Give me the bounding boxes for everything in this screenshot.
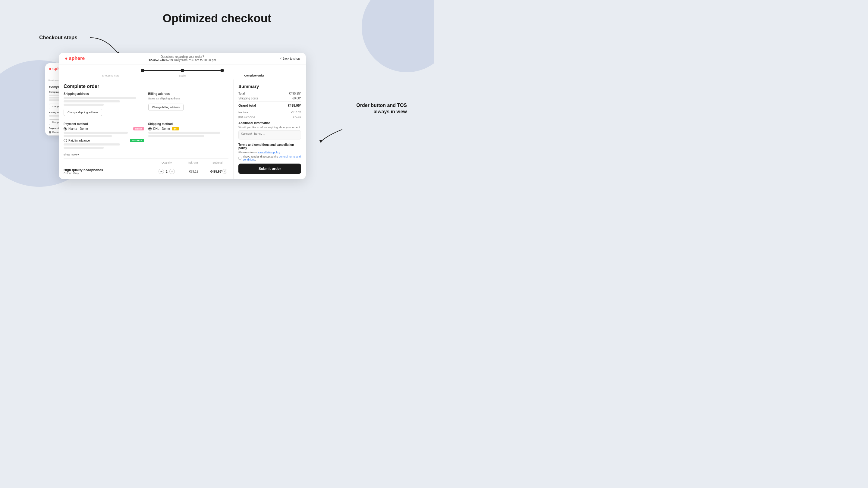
mobile-step-label-1: Shopping cart bbox=[48, 79, 59, 81]
win-klarna-radio-inner bbox=[64, 128, 66, 130]
summary-shipping-row: Shipping costs €0.00* bbox=[239, 97, 301, 100]
summary-vat-value: €79.19 bbox=[293, 116, 301, 119]
win-klarna-label: Klarna - Demo bbox=[64, 127, 88, 130]
win-shipping-method-col: Shipping method DHL - Demo dhl bbox=[148, 122, 229, 150]
order-button-arrow bbox=[315, 127, 345, 146]
ph-qty: Quantity bbox=[156, 161, 177, 164]
order-button-annotation: Order button and TOS always in view bbox=[352, 102, 407, 115]
win-dhl-badge: dhl bbox=[172, 127, 179, 130]
window-logo-dot: ● bbox=[65, 56, 68, 61]
win-method-cols: Payment method Klarna - Demo klarna bbox=[64, 122, 228, 150]
summary-vat-row: plus 19% VAT €79.19 bbox=[239, 116, 301, 119]
summary-cancellation-link[interactable]: cancellation policy bbox=[258, 151, 280, 154]
summary-vat-label: plus 19% VAT bbox=[239, 116, 255, 119]
page-title: Optimized checkout bbox=[162, 12, 271, 25]
win-billing-title: Billing address bbox=[148, 92, 229, 96]
window-back-link[interactable]: < Back to shop bbox=[280, 57, 300, 60]
product-subtotal: €495.95* bbox=[198, 170, 222, 173]
win-dhl-row: DHL - Demo dhl bbox=[148, 127, 229, 130]
win-advance-row: Paid in advance vorkasse bbox=[64, 139, 144, 149]
summary-total-row: Total €495.95* bbox=[239, 92, 301, 95]
checkout-steps-annotation: Checkout steps bbox=[39, 35, 78, 41]
product-row: High quality headphones Colour: Gray − 1… bbox=[64, 166, 228, 176]
win-klarna-row: Klarna - Demo klarna bbox=[64, 127, 144, 130]
win-change-billing-btn[interactable]: Change billing address bbox=[148, 104, 184, 111]
product-variant: Colour: Gray bbox=[64, 172, 156, 175]
checkout-window: ● sphere Questions regarding your order?… bbox=[59, 53, 306, 179]
win-step-3 bbox=[220, 69, 224, 72]
win-step-line-2 bbox=[184, 70, 220, 71]
win-show-more[interactable]: show more ▾ bbox=[64, 153, 228, 156]
window-summary-panel: Summary Total €495.95* Shipping costs €0… bbox=[234, 79, 306, 179]
product-delete-btn[interactable]: ✕ bbox=[222, 169, 227, 174]
summary-net-row: Net total €416.76 bbox=[239, 111, 301, 114]
win-dhl-label: DHL - Demo bbox=[153, 127, 170, 130]
summary-total-label: Total bbox=[239, 92, 245, 95]
win-klarna-radio bbox=[64, 127, 67, 130]
win-ship-line-1 bbox=[64, 97, 136, 99]
win-dhl-radio bbox=[148, 127, 152, 130]
ph-sub: Subtotal bbox=[198, 161, 222, 164]
mobile-klarna-radio bbox=[49, 131, 51, 133]
win-advance-line-1 bbox=[64, 143, 120, 145]
window-body: Complete order Shipping address Change s… bbox=[59, 79, 306, 179]
win-step-2 bbox=[181, 69, 184, 72]
win-step-label-3: Complete order bbox=[218, 74, 290, 77]
svg-marker-1 bbox=[319, 140, 322, 143]
qty-decrease-btn[interactable]: − bbox=[158, 169, 164, 174]
product-vat: €79.19 bbox=[177, 170, 198, 173]
win-dhl-line-2 bbox=[148, 135, 205, 137]
summary-total-value: €495.95* bbox=[289, 92, 301, 95]
win-billing-col: Billing address Same as shipping address… bbox=[148, 92, 229, 116]
bg-circle-right bbox=[362, 0, 434, 72]
summary-grand-total-value: €495.95* bbox=[288, 104, 301, 107]
win-step-label-1: Shopping cart bbox=[74, 74, 147, 77]
mobile-logo-dot: ● bbox=[49, 66, 51, 71]
win-shipping-title: Shipping address bbox=[64, 92, 144, 96]
win-step-1 bbox=[141, 69, 144, 72]
win-advance-line-2 bbox=[64, 147, 104, 149]
win-advance-badge: vorkasse bbox=[130, 139, 144, 142]
summary-shipping-value: €0.00* bbox=[292, 97, 301, 100]
summary-tos-checkbox[interactable] bbox=[239, 157, 241, 160]
product-qty-col: − 1 + bbox=[156, 169, 177, 174]
window-step-labels: Shopping cart Login Complete order bbox=[59, 73, 306, 79]
summary-additional-title: Additional information bbox=[239, 121, 301, 125]
win-ship-line-3 bbox=[64, 104, 104, 106]
chevron-down-icon: ▾ bbox=[78, 153, 79, 156]
summary-additional-subtitle: Would you like to tell us anything about… bbox=[239, 126, 301, 129]
summary-shipping-label: Shipping costs bbox=[239, 97, 258, 100]
win-step-line-1 bbox=[144, 70, 181, 71]
window-contact: Questions regarding your order? 12345-12… bbox=[149, 55, 216, 62]
win-step-label-2: Login bbox=[147, 74, 218, 77]
summary-title: Summary bbox=[239, 84, 301, 89]
win-product-header: Quantity incl. VAT Subtotal bbox=[64, 161, 228, 164]
window-stepper bbox=[59, 64, 306, 73]
win-klarna-line-2 bbox=[64, 135, 112, 137]
win-dhl-radio-inner bbox=[149, 128, 151, 130]
submit-order-btn[interactable]: Submit order bbox=[239, 164, 301, 174]
window-logo: ● sphere bbox=[65, 56, 85, 61]
win-klarna-badge: klarna bbox=[133, 127, 144, 130]
win-payment-title: Payment method bbox=[64, 122, 144, 126]
win-shipping-col: Shipping address Change shipping address bbox=[64, 92, 144, 116]
win-same-as-shipping: Same as shipping address bbox=[148, 97, 229, 100]
summary-grand-total-label: Grand total bbox=[239, 104, 256, 107]
win-dhl-line-1 bbox=[148, 132, 221, 134]
win-klarna-line-1 bbox=[64, 132, 128, 134]
summary-comment-textarea[interactable] bbox=[239, 130, 301, 139]
summary-grand-total-row: Grand total €495.95* bbox=[239, 101, 301, 109]
product-name-col: High quality headphones Colour: Gray bbox=[64, 168, 156, 175]
product-name: High quality headphones bbox=[64, 168, 156, 172]
summary-net-label: Net total bbox=[239, 111, 249, 114]
window-left-panel: Complete order Shipping address Change s… bbox=[59, 79, 234, 179]
summary-tos-text: Please note our cancellation policy. bbox=[239, 151, 301, 154]
win-divider-1 bbox=[64, 119, 228, 119]
win-advance-radio bbox=[64, 139, 67, 142]
summary-tos-title: Terms and conditions and cancellation po… bbox=[239, 143, 301, 150]
win-payment-col: Payment method Klarna - Demo klarna bbox=[64, 122, 144, 150]
win-change-shipping-btn[interactable]: Change shipping address bbox=[64, 109, 102, 116]
mobile-klarna-radio-inner bbox=[50, 132, 51, 133]
qty-increase-btn[interactable]: + bbox=[169, 169, 175, 174]
win-ship-line-2 bbox=[64, 100, 120, 102]
